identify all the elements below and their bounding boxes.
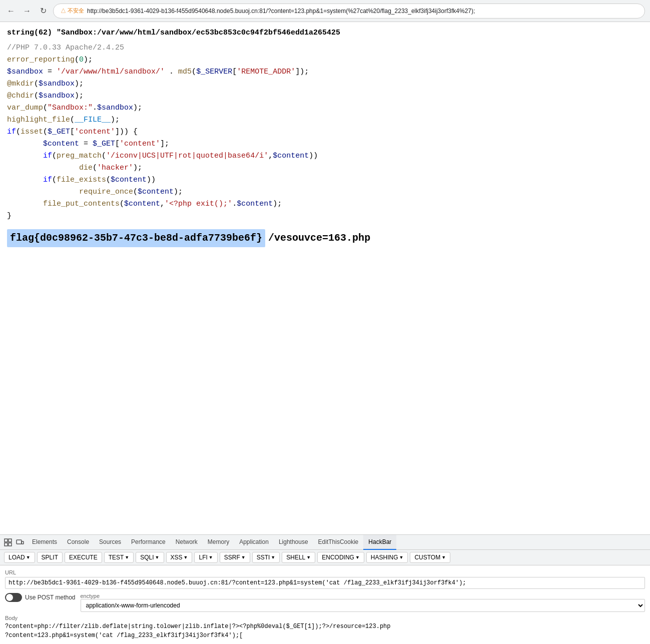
code-line-6: var_dump("Sandbox:".$sandbox); <box>7 102 643 114</box>
ssrf-arrow: ▼ <box>241 555 246 560</box>
svg-rect-3 <box>9 543 12 546</box>
code-line-13: require_once($content); <box>7 186 643 198</box>
svg-rect-0 <box>5 539 8 542</box>
enctype-select[interactable]: application/x-www-form-urlencoded <box>81 599 645 612</box>
url-input[interactable] <box>5 577 645 589</box>
ssti-arrow: ▼ <box>271 555 275 560</box>
hackbar-body: URL Use POST method enctype application/… <box>0 565 650 644</box>
flag-line: flag{d0c98962-35b7-47c3-be8d-adfa7739be6… <box>7 229 643 247</box>
devtools-panel: Elements Console Sources Performance Net… <box>0 534 650 644</box>
reload-button[interactable]: ↻ <box>37 5 49 17</box>
svg-rect-1 <box>9 539 12 542</box>
lfi-arrow: ▼ <box>209 555 213 560</box>
code-line-8: if(isset($_GET['content'])) { <box>7 126 643 138</box>
address-bar[interactable]: △ 不安全 http://be3b5dc1-9361-4029-b136-f45… <box>53 4 645 19</box>
inspect-icon[interactable] <box>3 537 13 547</box>
tab-performance[interactable]: Performance <box>126 535 171 550</box>
sqli-arrow: ▼ <box>155 555 160 560</box>
shell-button[interactable]: SHELL ▼ <box>282 552 315 563</box>
url-label: URL <box>5 569 645 575</box>
lfi-button[interactable]: LFI ▼ <box>194 552 217 563</box>
body-line-2: ?content=123.php&1=system('cat /flag_223… <box>5 631 645 640</box>
code-line-14: file_put_contents($content,'<?php exit()… <box>7 198 643 210</box>
tab-hackbar[interactable]: HackBar <box>363 535 396 550</box>
forward-button[interactable]: → <box>21 5 33 17</box>
code-line-9: $content = $_GET['content']; <box>7 138 643 150</box>
code-line-4: @mkdir($sandbox); <box>7 78 643 90</box>
code-line-3: $sandbox = '/var/www/html/sandbox/' . md… <box>7 66 643 78</box>
enctype-group: enctype application/x-www-form-urlencode… <box>81 593 645 612</box>
svg-rect-2 <box>5 543 8 546</box>
svg-rect-5 <box>22 541 24 544</box>
test-button[interactable]: TEST ▼ <box>104 552 134 563</box>
post-toggle-switch[interactable] <box>5 593 22 602</box>
tab-console[interactable]: Console <box>62 535 94 550</box>
security-warning: △ 不安全 <box>61 7 84 15</box>
flag-rest: /vesouvce=163.php <box>268 230 370 246</box>
code-line-15: } <box>7 210 643 222</box>
tab-network[interactable]: Network <box>171 535 203 550</box>
shell-arrow: ▼ <box>306 555 311 560</box>
post-toggle: Use POST method <box>5 593 76 602</box>
url-display: http://be3b5dc1-9361-4029-b136-f455d9540… <box>87 8 475 15</box>
tab-elements[interactable]: Elements <box>27 535 62 550</box>
hashing-arrow: ▼ <box>399 555 404 560</box>
code-line-1: //PHP 7.0.33 Apache/2.4.25 <box>7 42 643 54</box>
hackbar-toolbar: LOAD ▼ SPLIT EXECUTE TEST ▼ SQLI ▼ XSS ▼… <box>0 550 650 565</box>
responsive-icon[interactable] <box>15 537 25 547</box>
hackbar-options-row: Use POST method enctype application/x-ww… <box>5 593 645 612</box>
tab-sources[interactable]: Sources <box>94 535 126 550</box>
post-toggle-label: Use POST method <box>25 594 76 601</box>
code-line-5: @chdir($sandbox); <box>7 90 643 102</box>
tab-editthiscookie[interactable]: EditThisCookie <box>313 535 364 550</box>
sqli-button[interactable]: SQLI ▼ <box>136 552 164 563</box>
ssti-button[interactable]: SSTI ▼ <box>252 552 280 563</box>
ssrf-button[interactable]: SSRF ▼ <box>220 552 250 563</box>
enctype-label: enctype <box>81 593 645 599</box>
tab-memory[interactable]: Memory <box>203 535 234 550</box>
code-line-10: if(preg_match('/iconv|UCS|UTF|rot|quoted… <box>7 150 643 162</box>
string-output: string(62) "Sandbox:/var/www/html/sandbo… <box>7 27 643 39</box>
code-line-7: highlight_file(__FILE__); <box>7 114 643 126</box>
body-line-1: ?content=php://filter/zlib.deflate|strin… <box>5 622 645 631</box>
page-content: string(62) "Sandbox:/var/www/html/sandbo… <box>0 22 650 437</box>
xss-arrow: ▼ <box>184 555 188 560</box>
browser-chrome: ← → ↻ △ 不安全 http://be3b5dc1-9361-4029-b1… <box>0 0 650 22</box>
tab-lighthouse[interactable]: Lighthouse <box>274 535 313 550</box>
code-line-11: die('hacker'); <box>7 162 643 174</box>
load-button[interactable]: LOAD ▼ <box>4 552 35 563</box>
custom-button[interactable]: CUSTOM ▼ <box>410 552 450 563</box>
test-arrow: ▼ <box>125 555 129 560</box>
encoding-button[interactable]: ENCODING ▼ <box>317 552 364 563</box>
code-line-12: if(file_exists($content)) <box>7 174 643 186</box>
body-content: ?content=php://filter/zlib.deflate|strin… <box>5 622 645 640</box>
body-label: Body <box>5 615 645 621</box>
encoding-arrow: ▼ <box>355 555 360 560</box>
xss-button[interactable]: XSS ▼ <box>166 552 193 563</box>
tab-application[interactable]: Application <box>234 535 274 550</box>
code-line-2: error_reporting(0); <box>7 54 643 66</box>
load-arrow: ▼ <box>26 555 31 560</box>
split-button[interactable]: SPLIT <box>37 552 63 563</box>
devtools-tabs: Elements Console Sources Performance Net… <box>0 535 650 550</box>
body-section: Body ?content=php://filter/zlib.deflate|… <box>5 615 645 640</box>
back-button[interactable]: ← <box>5 5 17 17</box>
hashing-button[interactable]: HASHING ▼ <box>366 552 408 563</box>
svg-rect-4 <box>17 540 22 544</box>
custom-arrow: ▼ <box>441 555 446 560</box>
flag-value: flag{d0c98962-35b7-47c3-be8d-adfa7739be6… <box>7 229 265 247</box>
execute-button[interactable]: EXECUTE <box>65 552 102 563</box>
